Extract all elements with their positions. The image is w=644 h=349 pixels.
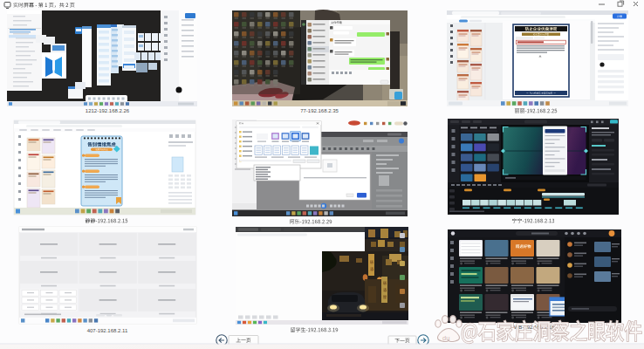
- svg-text:407-192.168.2.11: 407-192.168.2.11: [87, 328, 128, 333]
- svg-text:77-192.168.2.35: 77-192.168.2.35: [300, 108, 339, 113]
- svg-text:1212-192.168.2.26: 1212-192.168.2.26: [86, 108, 130, 113]
- svg-text:du: du: [442, 334, 449, 342]
